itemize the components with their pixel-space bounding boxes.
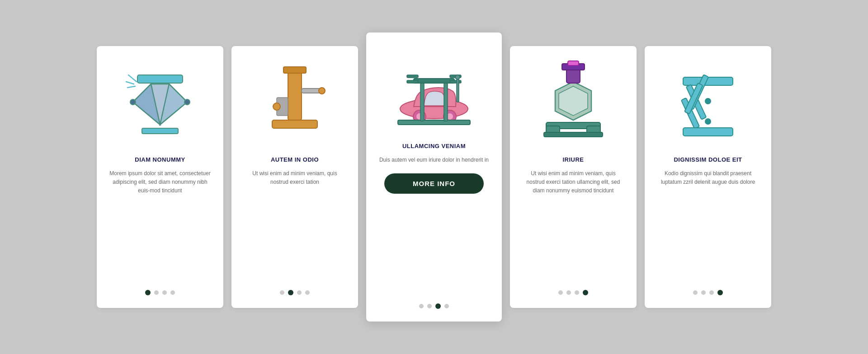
svg-rect-12 [283,67,306,73]
svg-rect-23 [420,79,424,121]
dot [162,290,167,295]
svg-point-16 [273,103,280,110]
card-1-title: DIAM NONUMMY [135,156,185,163]
card-4-text: Ut wisi enim ad minim veniam, quis nostr… [523,169,624,196]
svg-rect-7 [142,128,178,134]
svg-rect-11 [272,120,317,128]
cards-container: DIAM NONUMMY Morem ipsum dolor sit amet,… [70,14,798,340]
card-2-dots [280,285,310,295]
svg-point-31 [455,75,460,79]
card-2-text: Ut wisi enim ad minim veniam, quis nostr… [244,169,345,186]
card-3-title: ULLAMCING VENIAM [402,143,466,149]
more-info-button[interactable]: MORE INFO [384,173,484,194]
card-3: ULLAMCING VENIAM Duis autem vel eum iriu… [366,33,502,321]
svg-rect-26 [407,75,418,78]
card-5-icon [667,57,749,147]
dot [566,290,571,295]
svg-point-9 [184,99,190,105]
dot-active [288,290,293,295]
dot [693,290,698,295]
card-3-dots [419,299,449,309]
dot [444,304,449,308]
card-5-text: Kodio dignissim qui blandit praesent lup… [657,169,759,186]
dot [427,304,432,308]
svg-point-8 [130,99,136,105]
svg-rect-27 [407,80,418,83]
svg-rect-39 [568,61,579,65]
dot [575,290,579,295]
card-2: AUTEM IN ODIO Ut wisi enim ad minim veni… [231,46,358,308]
svg-rect-24 [444,79,448,121]
card-3-text: Duis autem vel eum iriure dolor in hendr… [379,156,489,164]
card-4-title: IRIURE [562,156,584,163]
card-4-dots [558,285,588,295]
card-1-text: Morem ipsum dolor sit amet, consectetuer… [109,169,211,196]
dot [305,290,310,295]
svg-rect-29 [450,80,461,83]
dot [280,290,284,295]
svg-line-4 [128,75,137,82]
card-4-icon [533,57,614,147]
dot [701,290,706,295]
card-2-title: AUTEM IN ODIO [271,156,319,163]
svg-line-6 [127,86,135,88]
svg-rect-10 [288,70,302,120]
dot-active [435,303,441,309]
card-3-icon [393,43,475,134]
svg-point-14 [319,88,325,94]
svg-rect-43 [544,132,603,137]
card-5-dots [693,285,723,295]
card-5: DIGNISSIM DOLOE EIT Kodio dignissim qui … [645,46,771,308]
dot-active [583,290,588,295]
dot-active [145,290,151,295]
card-4: IRIURE Ut wisi enim ad minim veniam, qui… [510,46,637,308]
svg-rect-25 [414,79,454,83]
dot [558,290,563,295]
svg-rect-3 [137,75,183,83]
card-1-icon [119,57,201,147]
card-1-dots [145,285,175,295]
card-1: DIAM NONUMMY Morem ipsum dolor sit amet,… [97,46,223,308]
svg-rect-51 [683,128,733,136]
svg-line-5 [126,82,134,84]
svg-point-50 [705,119,711,124]
svg-point-49 [705,98,711,104]
svg-rect-30 [457,77,459,102]
dot [170,290,175,295]
dot [154,290,159,295]
card-2-icon [254,57,335,147]
dot-active [717,290,723,295]
dot [297,290,302,295]
card-5-title: DIGNISSIM DOLOE EIT [674,156,742,163]
dot [709,290,714,295]
dot [419,304,424,308]
